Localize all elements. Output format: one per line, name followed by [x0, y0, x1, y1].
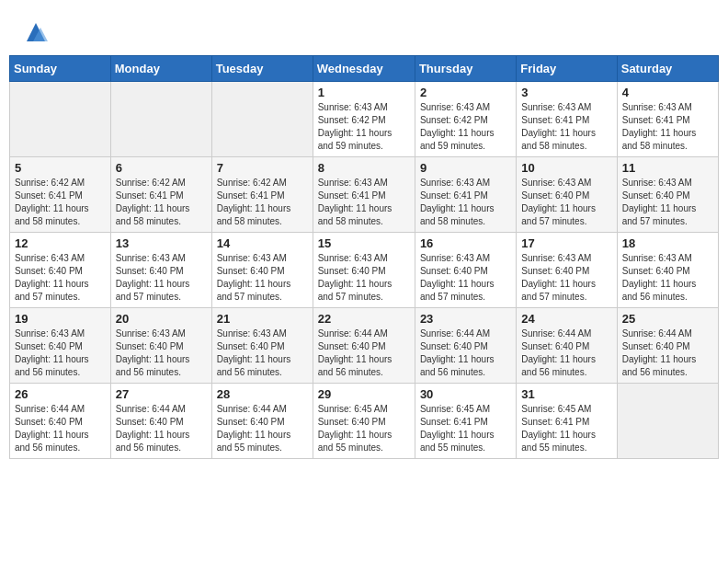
- day-info: Sunrise: 6:44 AM Sunset: 6:40 PM Dayligh…: [15, 403, 106, 454]
- calendar-cell: 28Sunrise: 6:44 AM Sunset: 6:40 PM Dayli…: [211, 384, 313, 459]
- day-number: 7: [217, 161, 308, 175]
- calendar-cell: 17Sunrise: 6:43 AM Sunset: 6:40 PM Dayli…: [517, 233, 617, 308]
- day-number: 3: [521, 86, 611, 99]
- day-number: 20: [116, 312, 207, 326]
- calendar-cell: 15Sunrise: 6:43 AM Sunset: 6:40 PM Dayli…: [313, 233, 415, 308]
- calendar-cell: 18Sunrise: 6:43 AM Sunset: 6:40 PM Dayli…: [617, 233, 718, 308]
- day-number: 1: [318, 86, 410, 99]
- day-info: Sunrise: 6:44 AM Sunset: 6:40 PM Dayligh…: [521, 327, 611, 379]
- weekday-header-wednesday: Wednesday: [313, 56, 415, 82]
- calendar-cell: 12Sunrise: 6:43 AM Sunset: 6:40 PM Dayli…: [10, 233, 111, 308]
- calendar-cell: 5Sunrise: 6:42 AM Sunset: 6:41 PM Daylig…: [10, 157, 111, 233]
- calendar-cell: 13Sunrise: 6:43 AM Sunset: 6:40 PM Dayli…: [110, 233, 211, 308]
- calendar-cell: 4Sunrise: 6:43 AM Sunset: 6:41 PM Daylig…: [617, 82, 718, 157]
- day-number: 14: [217, 236, 308, 250]
- calendar-cell: 16Sunrise: 6:43 AM Sunset: 6:40 PM Dayli…: [415, 233, 516, 308]
- calendar-cell: 29Sunrise: 6:45 AM Sunset: 6:40 PM Dayli…: [313, 384, 415, 459]
- weekday-header-tuesday: Tuesday: [211, 56, 313, 82]
- calendar-header-row: SundayMondayTuesdayWednesdayThursdayFrid…: [10, 56, 719, 82]
- day-number: 26: [15, 387, 106, 401]
- calendar-week-row: 12Sunrise: 6:43 AM Sunset: 6:40 PM Dayli…: [10, 233, 719, 308]
- calendar-cell: [617, 384, 718, 459]
- calendar-table: SundayMondayTuesdayWednesdayThursdayFrid…: [9, 55, 719, 459]
- day-number: 30: [420, 387, 511, 401]
- calendar-cell: 14Sunrise: 6:43 AM Sunset: 6:40 PM Dayli…: [211, 233, 313, 308]
- weekday-header-sunday: Sunday: [10, 56, 111, 82]
- day-number: 27: [116, 387, 207, 401]
- day-info: Sunrise: 6:45 AM Sunset: 6:40 PM Dayligh…: [318, 403, 410, 454]
- day-number: 24: [521, 312, 611, 326]
- day-number: 28: [217, 387, 308, 401]
- day-number: 29: [318, 387, 410, 401]
- calendar-cell: 9Sunrise: 6:43 AM Sunset: 6:41 PM Daylig…: [415, 157, 516, 233]
- day-number: 31: [521, 387, 611, 401]
- day-info: Sunrise: 6:44 AM Sunset: 6:40 PM Dayligh…: [116, 403, 207, 454]
- day-number: 19: [15, 312, 106, 326]
- calendar-cell: 11Sunrise: 6:43 AM Sunset: 6:40 PM Dayli…: [617, 157, 718, 233]
- calendar-cell: [211, 82, 313, 157]
- day-info: Sunrise: 6:44 AM Sunset: 6:40 PM Dayligh…: [217, 403, 308, 454]
- day-info: Sunrise: 6:43 AM Sunset: 6:40 PM Dayligh…: [420, 252, 511, 304]
- day-number: 21: [217, 312, 308, 326]
- day-number: 17: [521, 236, 611, 250]
- day-number: 22: [318, 312, 410, 326]
- day-info: Sunrise: 6:43 AM Sunset: 6:41 PM Dayligh…: [318, 177, 410, 228]
- day-info: Sunrise: 6:43 AM Sunset: 6:41 PM Dayligh…: [521, 101, 611, 153]
- day-info: Sunrise: 6:45 AM Sunset: 6:41 PM Dayligh…: [420, 403, 511, 454]
- day-info: Sunrise: 6:43 AM Sunset: 6:40 PM Dayligh…: [318, 252, 410, 304]
- day-info: Sunrise: 6:43 AM Sunset: 6:40 PM Dayligh…: [15, 252, 106, 304]
- page-header: [9, 9, 719, 52]
- day-info: Sunrise: 6:45 AM Sunset: 6:41 PM Dayligh…: [521, 403, 611, 454]
- day-number: 11: [622, 161, 713, 175]
- day-info: Sunrise: 6:42 AM Sunset: 6:41 PM Dayligh…: [15, 177, 106, 228]
- day-number: 5: [15, 161, 106, 175]
- day-number: 12: [15, 236, 106, 250]
- logo-icon: [22, 18, 50, 46]
- day-info: Sunrise: 6:44 AM Sunset: 6:40 PM Dayligh…: [622, 327, 713, 379]
- day-number: 25: [622, 312, 713, 326]
- day-info: Sunrise: 6:42 AM Sunset: 6:41 PM Dayligh…: [116, 177, 207, 228]
- calendar-cell: 20Sunrise: 6:43 AM Sunset: 6:40 PM Dayli…: [110, 308, 211, 384]
- calendar-cell: 10Sunrise: 6:43 AM Sunset: 6:40 PM Dayli…: [517, 157, 617, 233]
- day-number: 2: [420, 86, 511, 99]
- day-number: 10: [521, 161, 611, 175]
- day-number: 15: [318, 236, 410, 250]
- calendar-week-row: 1Sunrise: 6:43 AM Sunset: 6:42 PM Daylig…: [10, 82, 719, 157]
- day-info: Sunrise: 6:43 AM Sunset: 6:42 PM Dayligh…: [420, 101, 511, 153]
- day-info: Sunrise: 6:43 AM Sunset: 6:41 PM Dayligh…: [622, 101, 713, 153]
- day-info: Sunrise: 6:43 AM Sunset: 6:42 PM Dayligh…: [318, 101, 410, 153]
- weekday-header-friday: Friday: [517, 56, 617, 82]
- day-number: 9: [420, 161, 511, 175]
- calendar-cell: 30Sunrise: 6:45 AM Sunset: 6:41 PM Dayli…: [415, 384, 516, 459]
- day-info: Sunrise: 6:43 AM Sunset: 6:40 PM Dayligh…: [116, 327, 207, 379]
- calendar-cell: 25Sunrise: 6:44 AM Sunset: 6:40 PM Dayli…: [617, 308, 718, 384]
- calendar-cell: 26Sunrise: 6:44 AM Sunset: 6:40 PM Dayli…: [10, 384, 111, 459]
- weekday-header-saturday: Saturday: [617, 56, 718, 82]
- day-number: 18: [622, 236, 713, 250]
- calendar-cell: 22Sunrise: 6:44 AM Sunset: 6:40 PM Dayli…: [313, 308, 415, 384]
- calendar-cell: 27Sunrise: 6:44 AM Sunset: 6:40 PM Dayli…: [110, 384, 211, 459]
- day-number: 4: [622, 86, 713, 99]
- day-info: Sunrise: 6:43 AM Sunset: 6:40 PM Dayligh…: [622, 177, 713, 228]
- day-number: 6: [116, 161, 207, 175]
- calendar-cell: 19Sunrise: 6:43 AM Sunset: 6:40 PM Dayli…: [10, 308, 111, 384]
- calendar-cell: [10, 82, 111, 157]
- weekday-header-monday: Monday: [110, 56, 211, 82]
- calendar-cell: 7Sunrise: 6:42 AM Sunset: 6:41 PM Daylig…: [211, 157, 313, 233]
- calendar-cell: 1Sunrise: 6:43 AM Sunset: 6:42 PM Daylig…: [313, 82, 415, 157]
- calendar-cell: 8Sunrise: 6:43 AM Sunset: 6:41 PM Daylig…: [313, 157, 415, 233]
- logo: [18, 18, 50, 46]
- calendar-cell: 23Sunrise: 6:44 AM Sunset: 6:40 PM Dayli…: [415, 308, 516, 384]
- calendar-week-row: 26Sunrise: 6:44 AM Sunset: 6:40 PM Dayli…: [10, 384, 719, 459]
- day-number: 23: [420, 312, 511, 326]
- calendar-cell: 3Sunrise: 6:43 AM Sunset: 6:41 PM Daylig…: [517, 82, 617, 157]
- calendar-cell: 6Sunrise: 6:42 AM Sunset: 6:41 PM Daylig…: [110, 157, 211, 233]
- day-info: Sunrise: 6:43 AM Sunset: 6:41 PM Dayligh…: [420, 177, 511, 228]
- day-info: Sunrise: 6:44 AM Sunset: 6:40 PM Dayligh…: [420, 327, 511, 379]
- day-info: Sunrise: 6:43 AM Sunset: 6:40 PM Dayligh…: [116, 252, 207, 304]
- calendar-cell: 31Sunrise: 6:45 AM Sunset: 6:41 PM Dayli…: [517, 384, 617, 459]
- day-info: Sunrise: 6:42 AM Sunset: 6:41 PM Dayligh…: [217, 177, 308, 228]
- day-info: Sunrise: 6:43 AM Sunset: 6:40 PM Dayligh…: [15, 327, 106, 379]
- weekday-header-thursday: Thursday: [415, 56, 516, 82]
- calendar-week-row: 19Sunrise: 6:43 AM Sunset: 6:40 PM Dayli…: [10, 308, 719, 384]
